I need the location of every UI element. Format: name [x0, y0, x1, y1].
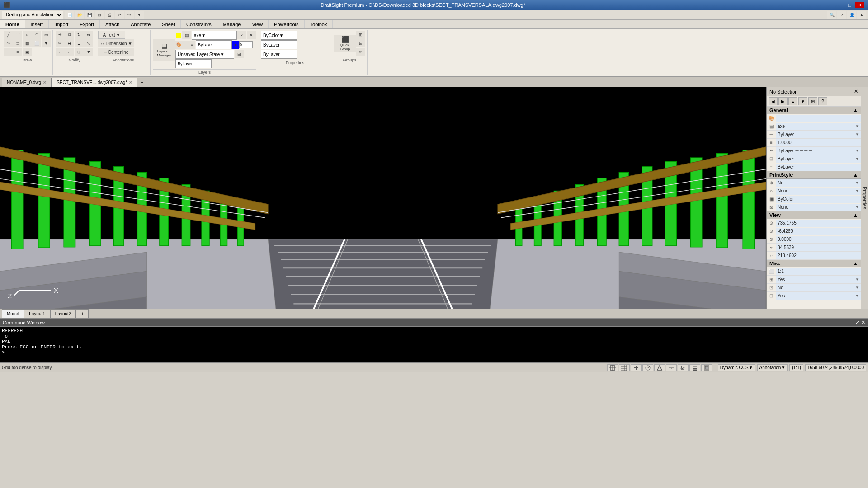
model-toggle[interactable]	[701, 364, 712, 371]
lwt-toggle[interactable]	[689, 364, 700, 371]
nav-select-btn[interactable]: ⊞	[808, 97, 817, 105]
prop-ps3-value[interactable]: ByColor	[776, 196, 861, 203]
command-window[interactable]: REFRESH _p PAN Press ESC or ENTER to exi…	[0, 326, 868, 362]
tab-noname[interactable]: NONAME_0.dwg ✕	[2, 78, 52, 87]
mirror-icon[interactable]: ⇔	[84, 31, 93, 39]
linetype2-dropdown[interactable]: ByLayer	[175, 59, 212, 68]
centerline-btn[interactable]: ─ Centerline	[98, 48, 134, 56]
print-icon[interactable]: 🖨	[105, 11, 114, 19]
rectangle-icon[interactable]: ▭	[42, 31, 51, 39]
layer-check-icon[interactable]: ✓	[237, 31, 246, 39]
save-all-icon[interactable]: ⊞	[95, 11, 104, 19]
sign-in-icon[interactable]: 👤	[847, 11, 856, 19]
fillet-icon[interactable]: ⌐	[56, 48, 65, 56]
move-icon[interactable]: ✛	[56, 31, 65, 39]
annotation-btn[interactable]: Annotation ▼	[757, 364, 788, 371]
polar-toggle[interactable]	[642, 364, 653, 371]
prop-lineweight-value[interactable]: 1.0000	[776, 139, 861, 146]
prop-linetype2-value[interactable]: ByLayer ─ ─ ─ ─	[776, 147, 861, 155]
prop-ps2-value[interactable]: None	[776, 188, 861, 195]
copy-icon[interactable]: ⧉	[65, 31, 74, 39]
command-input[interactable]	[6, 350, 866, 355]
viewport[interactable]: Z X	[0, 87, 766, 309]
prop-v5-value[interactable]: 218.4602	[776, 252, 861, 259]
prop-color-value[interactable]	[776, 115, 861, 122]
color-input[interactable]	[239, 41, 253, 48]
minimize-button[interactable]: ─	[836, 2, 845, 8]
tab-toolbox[interactable]: Toolbox	[305, 20, 333, 28]
group-ungroup-icon[interactable]: ⊟	[356, 39, 365, 47]
prop-m2-value[interactable]: Yes	[776, 276, 861, 283]
group-select-icon[interactable]: ⊞	[356, 31, 365, 39]
nav-down-btn[interactable]: ▼	[798, 97, 807, 105]
rotate-icon[interactable]: ↻	[75, 31, 84, 39]
prop-v4-value[interactable]: 84.5539	[776, 244, 861, 251]
dimension-btn[interactable]: ↔ Dimension ▼	[98, 39, 134, 47]
polyline-icon[interactable]: ⌒	[13, 31, 22, 39]
nav-help-btn[interactable]: ?	[818, 97, 827, 105]
trim-icon[interactable]: ✂	[56, 39, 65, 47]
scale-btn[interactable]: ( 1:1 )	[789, 364, 803, 371]
scale-icon[interactable]: ⤡	[84, 39, 93, 47]
tab-sheet[interactable]: Sheet	[156, 20, 181, 28]
prop-plotstyle-value[interactable]: ByLayer	[776, 155, 861, 163]
close-button[interactable]: ✕	[855, 2, 864, 8]
group-edit-icon[interactable]: ✏	[356, 48, 365, 56]
toolbar-more-icon[interactable]: ▼	[135, 11, 144, 19]
save-icon[interactable]: 💾	[85, 11, 94, 19]
ducs-toggle[interactable]	[678, 364, 689, 371]
layout1-tab[interactable]: Layout1	[24, 309, 50, 318]
tab-export[interactable]: Export	[74, 20, 100, 28]
tab-sect-close[interactable]: ✕	[129, 80, 132, 85]
nav-next-btn[interactable]: ▶	[778, 97, 788, 105]
color-by-dropdown[interactable]: ByColor ▼	[261, 31, 297, 40]
prop-layer-value[interactable]: axe	[776, 123, 861, 130]
add-layout-btn[interactable]: +	[76, 309, 89, 318]
open-icon[interactable]: 📂	[75, 11, 84, 19]
bylayer-dropdown[interactable]: ByLayer	[261, 40, 297, 49]
line-icon[interactable]: ╱	[4, 31, 13, 39]
prop-linetype-value[interactable]: ByLayer	[776, 131, 861, 138]
help-search-icon[interactable]: 🔍	[827, 11, 836, 19]
color-btn[interactable]: ■	[232, 41, 239, 49]
workspace-selector[interactable]: Drafting and Annotation	[2, 11, 63, 19]
snap-toggle[interactable]	[607, 364, 618, 371]
extend-icon[interactable]: ↦	[65, 39, 74, 47]
chamfer-icon[interactable]: ⌐	[65, 48, 74, 56]
tab-annotate[interactable]: Annotate	[125, 20, 156, 28]
tab-import[interactable]: Import	[49, 20, 74, 28]
draw-more-icon[interactable]: ▼	[42, 39, 51, 47]
view-section-header[interactable]: View ▲	[767, 211, 861, 219]
maximize-button[interactable]: □	[845, 2, 854, 8]
tab-noname-close[interactable]: ✕	[43, 80, 47, 85]
general-section-header[interactable]: General ▲	[767, 107, 861, 114]
layer-state-dropdown[interactable]: Unsaved Layer State ▼	[175, 50, 234, 59]
ortho-toggle[interactable]	[631, 364, 642, 371]
cmd-resize-icon[interactable]: ⤢	[855, 319, 859, 325]
offset-icon[interactable]: ⊐	[75, 39, 84, 47]
grid-toggle[interactable]	[619, 364, 630, 371]
tab-constraints[interactable]: Constraints	[181, 20, 217, 28]
point-icon[interactable]: ·	[4, 48, 13, 56]
cmd-close-icon[interactable]: ✕	[861, 319, 865, 325]
prop-m3-value[interactable]: No	[776, 284, 861, 291]
layer-dropdown[interactable]: axe ▼	[192, 31, 237, 40]
layout2-tab[interactable]: Layout2	[50, 309, 76, 318]
help-icon[interactable]: ?	[837, 11, 846, 19]
nav-prev-btn[interactable]: ◀	[769, 97, 778, 105]
undo-icon[interactable]: ↩	[115, 11, 124, 19]
layer-x-icon[interactable]: ✕	[247, 31, 256, 39]
prop-v1-value[interactable]: 735.1755	[776, 220, 861, 227]
coordinates-display[interactable]: 1658.9074,289.8524,0.0000	[805, 364, 866, 371]
tab-home[interactable]: Home	[0, 20, 25, 28]
layers-manager-btn[interactable]: ▤ LayersManager	[153, 39, 175, 61]
hatch-icon[interactable]: ▦	[23, 39, 32, 47]
tab-powertools[interactable]: Powertools	[269, 20, 304, 28]
arc-icon[interactable]: ◠	[32, 31, 41, 39]
prop-ps4-value[interactable]: None	[776, 204, 861, 211]
tab-insert[interactable]: Insert	[25, 20, 49, 28]
tab-manage[interactable]: Manage	[217, 20, 247, 28]
layer-state-icon[interactable]: ⊞	[235, 50, 244, 58]
bylayer2-dropdown[interactable]: ByLayer	[261, 50, 297, 59]
quick-group-btn[interactable]: ⬛ QuickGroup	[334, 35, 356, 52]
